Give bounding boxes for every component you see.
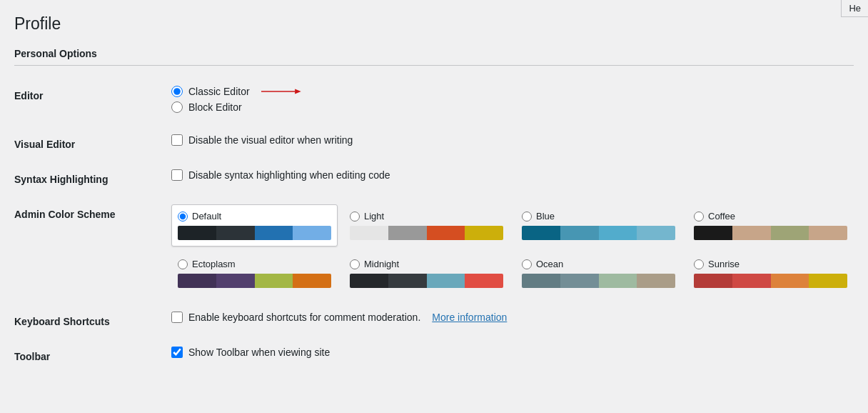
color-swatch bbox=[637, 274, 675, 288]
color-scheme-ocean[interactable]: Ocean bbox=[515, 252, 682, 294]
color-swatch bbox=[427, 226, 465, 240]
color-swatch bbox=[771, 274, 809, 288]
color-swatch bbox=[255, 274, 293, 288]
block-editor-radio[interactable] bbox=[171, 101, 183, 113]
toolbar-checkbox-text: Show Toolbar when viewing site bbox=[188, 347, 330, 358]
color-scheme-midnight-radio[interactable] bbox=[350, 259, 360, 269]
color-swatch bbox=[522, 274, 560, 288]
color-scheme-sunrise-text: Sunrise bbox=[708, 259, 740, 269]
color-scheme-blue-radio[interactable] bbox=[522, 212, 532, 222]
color-swatch bbox=[694, 274, 732, 288]
color-scheme-blue-swatches bbox=[522, 226, 675, 240]
color-scheme-default[interactable]: Default bbox=[171, 204, 338, 247]
color-swatch bbox=[809, 274, 847, 288]
color-scheme-light-text: Light bbox=[364, 211, 384, 222]
color-scheme-ectoplasm-swatches bbox=[178, 274, 331, 288]
admin-color-scheme-field: DefaultLightBlueCoffeeEctoplasmMidnightO… bbox=[171, 196, 854, 303]
admin-color-scheme-row: Admin Color Scheme DefaultLightBlueCoffe… bbox=[14, 196, 854, 303]
color-scheme-coffee-radio[interactable] bbox=[694, 212, 704, 222]
color-swatch bbox=[522, 226, 560, 240]
color-swatch bbox=[560, 274, 599, 288]
keyboard-shortcuts-more-info-link[interactable]: More information bbox=[432, 312, 507, 323]
color-swatch bbox=[732, 226, 771, 240]
color-swatch bbox=[771, 226, 809, 240]
color-scheme-coffee[interactable]: Coffee bbox=[687, 204, 854, 247]
syntax-highlighting-label: Syntax Highlighting bbox=[14, 161, 171, 196]
keyboard-shortcuts-checkbox[interactable] bbox=[171, 312, 183, 323]
color-scheme-blue-label[interactable]: Blue bbox=[522, 211, 675, 222]
block-editor-option[interactable]: Block Editor bbox=[171, 101, 854, 113]
color-scheme-coffee-swatches bbox=[694, 226, 847, 240]
color-swatch bbox=[465, 274, 503, 288]
visual-editor-checkbox[interactable] bbox=[171, 134, 183, 146]
keyboard-shortcuts-label: Keyboard Shortcuts bbox=[14, 303, 171, 338]
color-swatch bbox=[427, 274, 465, 288]
classic-editor-option[interactable]: Classic Editor bbox=[171, 86, 854, 97]
color-scheme-grid: DefaultLightBlueCoffeeEctoplasmMidnightO… bbox=[171, 204, 854, 294]
keyboard-shortcuts-checkbox-label[interactable]: Enable keyboard shortcuts for comment mo… bbox=[171, 312, 854, 323]
editor-label: Editor bbox=[14, 77, 171, 126]
color-scheme-ocean-radio[interactable] bbox=[522, 259, 532, 269]
color-scheme-ocean-swatches bbox=[522, 274, 675, 288]
color-scheme-ectoplasm-label[interactable]: Ectoplasm bbox=[178, 259, 331, 269]
personal-options-heading: Personal Options bbox=[14, 48, 854, 66]
color-scheme-ocean-label[interactable]: Ocean bbox=[522, 259, 675, 269]
visual-editor-checkbox-text: Disable the visual editor when writing bbox=[188, 134, 353, 146]
color-scheme-coffee-text: Coffee bbox=[708, 211, 735, 222]
color-scheme-default-swatches bbox=[178, 226, 331, 240]
syntax-highlighting-checkbox-label[interactable]: Disable syntax highlighting when editing… bbox=[171, 169, 854, 181]
svg-marker-1 bbox=[295, 89, 301, 94]
color-scheme-midnight[interactable]: Midnight bbox=[343, 252, 510, 294]
color-swatch bbox=[216, 226, 255, 240]
visual-editor-row: Visual Editor Disable the visual editor … bbox=[14, 126, 854, 161]
color-scheme-ocean-text: Ocean bbox=[536, 259, 563, 269]
visual-editor-checkbox-label[interactable]: Disable the visual editor when writing bbox=[171, 134, 854, 146]
color-scheme-ectoplasm-radio[interactable] bbox=[178, 259, 188, 269]
block-editor-text: Block Editor bbox=[188, 101, 242, 113]
editor-row: Editor Classic Editor Block Editor bbox=[14, 77, 854, 126]
color-scheme-blue[interactable]: Blue bbox=[515, 204, 682, 247]
color-scheme-ectoplasm[interactable]: Ectoplasm bbox=[171, 252, 338, 294]
visual-editor-label: Visual Editor bbox=[14, 126, 171, 161]
color-swatch bbox=[388, 274, 427, 288]
syntax-highlighting-checkbox[interactable] bbox=[171, 169, 183, 181]
color-scheme-default-label[interactable]: Default bbox=[178, 211, 331, 222]
toolbar-row: Toolbar Show Toolbar when viewing site bbox=[14, 338, 854, 373]
syntax-highlighting-checkbox-text: Disable syntax highlighting when editing… bbox=[188, 169, 390, 181]
color-swatch bbox=[560, 226, 599, 240]
color-scheme-default-text: Default bbox=[192, 211, 221, 222]
color-scheme-light-radio[interactable] bbox=[350, 212, 360, 222]
color-scheme-default-radio[interactable] bbox=[178, 212, 188, 222]
color-scheme-light[interactable]: Light bbox=[343, 204, 510, 247]
color-scheme-light-label[interactable]: Light bbox=[350, 211, 503, 222]
arrow-indicator bbox=[261, 86, 304, 97]
editor-field: Classic Editor Block Editor bbox=[171, 77, 854, 126]
color-scheme-sunrise-label[interactable]: Sunrise bbox=[694, 259, 847, 269]
page-title: Profile bbox=[14, 14, 854, 34]
profile-form-table: Editor Classic Editor Block Editor bbox=[14, 77, 854, 373]
color-scheme-midnight-swatches bbox=[350, 274, 503, 288]
color-scheme-blue-text: Blue bbox=[536, 211, 555, 222]
toolbar-checkbox-label[interactable]: Show Toolbar when viewing site bbox=[171, 347, 854, 358]
syntax-highlighting-field: Disable syntax highlighting when editing… bbox=[171, 161, 854, 196]
color-swatch bbox=[388, 226, 427, 240]
toolbar-field: Show Toolbar when viewing site bbox=[171, 338, 854, 373]
color-swatch bbox=[178, 274, 216, 288]
color-scheme-midnight-label[interactable]: Midnight bbox=[350, 259, 503, 269]
color-swatch bbox=[350, 274, 388, 288]
visual-editor-field: Disable the visual editor when writing bbox=[171, 126, 854, 161]
help-button[interactable]: He bbox=[841, 0, 868, 17]
color-scheme-sunrise-radio[interactable] bbox=[694, 259, 704, 269]
page-wrapper: He Profile Personal Options Editor Class… bbox=[0, 0, 868, 413]
keyboard-shortcuts-text: Enable keyboard shortcuts for comment mo… bbox=[188, 312, 420, 323]
admin-color-scheme-label: Admin Color Scheme bbox=[14, 196, 171, 303]
color-swatch bbox=[350, 226, 388, 240]
color-scheme-sunrise[interactable]: Sunrise bbox=[687, 252, 854, 294]
toolbar-checkbox[interactable] bbox=[171, 347, 183, 358]
color-scheme-coffee-label[interactable]: Coffee bbox=[694, 211, 847, 222]
color-swatch bbox=[255, 226, 293, 240]
color-swatch bbox=[599, 274, 637, 288]
color-swatch bbox=[694, 226, 732, 240]
color-swatch bbox=[178, 226, 216, 240]
classic-editor-radio[interactable] bbox=[171, 86, 183, 97]
